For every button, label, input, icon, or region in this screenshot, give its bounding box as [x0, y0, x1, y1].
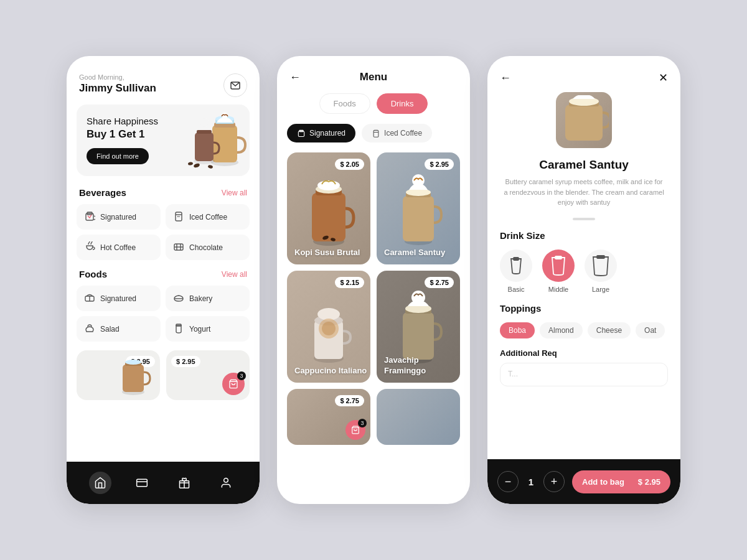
menu-back-button[interactable]: ← [289, 71, 301, 84]
size-large-label: Large [592, 286, 609, 293]
beverage-iced-coffee[interactable]: Iced Coffee [166, 204, 250, 230]
quantity-decrease-button[interactable]: − [497, 471, 519, 492]
foods-title: Foods [79, 269, 107, 279]
subtab-signatured-label: Signatured [309, 129, 345, 138]
beverage-chocolate-label: Chocolate [189, 243, 223, 252]
svg-point-12 [207, 164, 213, 169]
beverages-title: Beverages [79, 187, 126, 198]
product-card-2[interactable]: $ 2.95 3 [166, 350, 250, 400]
size-options: Basic Middle [500, 250, 668, 293]
mail-button[interactable] [223, 73, 247, 97]
detail-close-button[interactable]: ✕ [659, 71, 668, 85]
product-placeholder[interactable] [377, 389, 460, 445]
svg-rect-36 [374, 130, 378, 137]
svg-point-54 [322, 322, 336, 335]
product-description: Buttery caramel syrup meets coffee, milk… [487, 177, 680, 218]
quantity-increase-button[interactable]: + [543, 471, 565, 492]
foods-view-all[interactable]: View all [222, 270, 247, 279]
svg-rect-56 [403, 312, 434, 360]
food-yogurt-icon [173, 322, 184, 335]
product-kopi-susu[interactable]: $ 2.05 Kopi Susu Brutal [287, 152, 370, 264]
additional-req-title: Additional Req [487, 348, 680, 363]
size-basic-label: Basic [508, 286, 525, 293]
chocolate-bev-icon [173, 241, 184, 254]
beverage-chocolate[interactable]: Chocolate [166, 235, 250, 260]
menu-title: Menu [360, 71, 387, 83]
subtab-iced-coffee[interactable]: Iced Coffee [362, 124, 432, 142]
toppings-title: Toppings [500, 303, 668, 314]
bottom-sheet-handle [573, 218, 595, 220]
food-bakery[interactable]: Bakery [166, 286, 250, 311]
kopi-susu-name: Kopi Susu Brutal [294, 248, 360, 258]
nav-gift[interactable] [173, 472, 195, 494]
beverages-view-all[interactable]: View all [222, 189, 247, 197]
caramel-santuy-price: $ 2.95 [425, 159, 454, 170]
beverages-grid: Signatured Iced Coffee [67, 204, 260, 269]
tab-drinks[interactable]: Drinks [377, 93, 428, 114]
iced-coffee-bev-icon [173, 210, 184, 223]
product-card-1[interactable]: $ 2.95 [77, 350, 160, 400]
food-signatured-icon [84, 292, 95, 305]
subtab-iced-coffee-label: Iced Coffee [384, 129, 422, 138]
drink-size-section: Drink Size Basic [487, 230, 680, 303]
banner-cta-button[interactable]: Find out more [87, 148, 149, 164]
svg-rect-9 [197, 130, 212, 134]
beverage-signatured[interactable]: Signatured [77, 204, 161, 230]
topping-almond[interactable]: Almond [540, 322, 583, 338]
foods-grid: Signatured Bakery Salad [67, 286, 260, 350]
detail-back-button[interactable]: ← [500, 72, 511, 85]
topping-oat[interactable]: Oat [636, 322, 665, 338]
hot-coffee-bev-icon [84, 241, 95, 254]
cappucino-name: Cappucino Italiano [294, 366, 367, 376]
svg-point-28 [125, 360, 141, 365]
kopi-susu-price: $ 2.05 [335, 159, 364, 170]
menu-cart-count: 3 [358, 419, 367, 427]
svg-point-59 [411, 291, 425, 304]
beverage-hot-coffee[interactable]: Hot Coffee [77, 235, 161, 260]
product-caramel-santuy[interactable]: $ 2.95 Caramel Santuy [377, 152, 460, 264]
products-grid: $ 2.05 Kopi Susu Brutal [277, 152, 470, 445]
user-name: Jimmy Sullivan [79, 82, 156, 95]
food-yogurt[interactable]: Yogurt [166, 316, 250, 342]
quantity-value: 1 [526, 477, 536, 487]
screen-menu: ← Menu Foods Drinks Signatured Iced Coff… [277, 56, 470, 504]
food-bakery-icon [173, 292, 184, 305]
svg-rect-38 [312, 193, 345, 241]
size-middle[interactable]: Middle [542, 250, 575, 293]
additional-req-input[interactable]: T... [500, 363, 668, 386]
beverage-iced-coffee-label: Iced Coffee [189, 213, 227, 222]
screen-home: Good Morning, Jimmy Sullivan Share Happi… [67, 56, 260, 504]
product-mocha[interactable]: $ 2.75 3 [287, 389, 370, 445]
svg-point-13 [188, 161, 194, 165]
greeting-text: Good Morning, [79, 73, 156, 81]
svg-rect-26 [123, 365, 144, 392]
nav-card[interactable] [131, 472, 153, 494]
drink-size-title: Drink Size [500, 230, 668, 241]
tab-foods[interactable]: Foods [319, 93, 370, 114]
bottom-navigation [67, 462, 260, 504]
food-signatured[interactable]: Signatured [77, 286, 161, 311]
subtab-signatured[interactable]: Signatured [287, 124, 355, 142]
size-large[interactable]: Large [585, 250, 617, 293]
product-javachip[interactable]: $ 2.75 Javachip Framinggo [377, 271, 460, 383]
product-cappucino[interactable]: $ 2.15 Cappucino Italiano [287, 271, 370, 383]
add-to-bag-bar: − 1 + Add to bag $ 2.95 [487, 459, 680, 504]
food-salad[interactable]: Salad [77, 316, 161, 342]
size-middle-icon [542, 250, 575, 282]
topping-cheese[interactable]: Cheese [588, 322, 631, 338]
caramel-santuy-name: Caramel Santuy [384, 248, 445, 258]
beverage-hot-coffee-label: Hot Coffee [100, 243, 136, 252]
topping-boba[interactable]: Boba [500, 322, 535, 338]
cart-badge[interactable]: 3 [222, 373, 245, 395]
add-to-bag-label: Add to bag [582, 477, 624, 487]
size-basic[interactable]: Basic [500, 250, 532, 293]
food-bakery-label: Bakery [189, 294, 212, 303]
menu-cart-badge[interactable]: 3 [345, 420, 365, 440]
nav-profile[interactable] [215, 472, 237, 494]
svg-rect-30 [137, 479, 148, 487]
svg-point-33 [224, 478, 228, 483]
menu-tabs: Foods Drinks [277, 93, 470, 124]
add-to-bag-button[interactable]: Add to bag $ 2.95 [572, 470, 670, 493]
food-salad-icon [84, 322, 95, 335]
nav-home[interactable] [89, 472, 111, 494]
